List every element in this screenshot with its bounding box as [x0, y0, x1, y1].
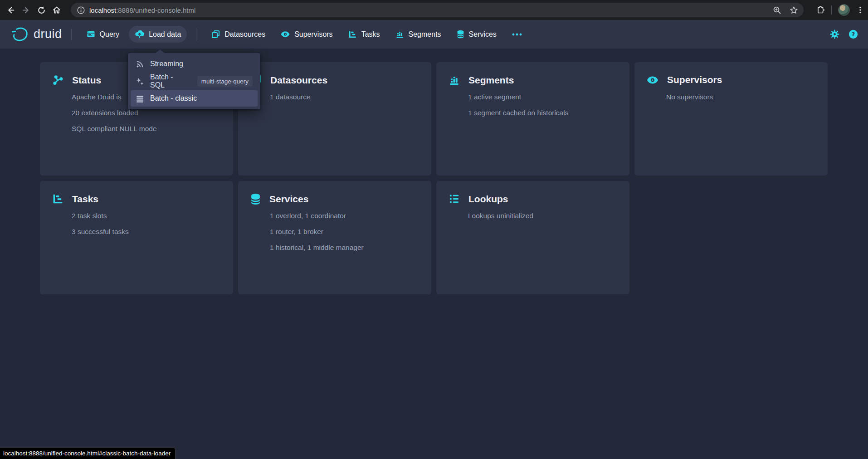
card-datasources[interactable]: Datasources 1 datasource — [238, 62, 431, 176]
load-data-dropdown: Streaming Batch - SQL multi-stage-query … — [128, 53, 260, 109]
nav-item-more[interactable] — [506, 29, 528, 40]
card-title-tasks: Tasks — [72, 194, 98, 205]
forward-button[interactable] — [18, 2, 34, 18]
eye-icon — [281, 31, 290, 38]
back-button[interactable] — [3, 2, 18, 18]
card-lookups[interactable]: Lookups Lookups uninitialized — [436, 181, 629, 294]
card-title-status: Status — [72, 75, 101, 86]
nav-item-segments[interactable]: Segments — [390, 26, 447, 43]
feed-icon — [136, 60, 144, 68]
nav-item-supervisors[interactable]: Supervisors — [275, 26, 338, 43]
supervisors-line: No supervisors — [666, 89, 819, 105]
card-title-supervisors: Supervisors — [667, 74, 722, 85]
menu-label-streaming: Streaming — [150, 60, 183, 68]
card-title-lookups: Lookups — [468, 194, 508, 205]
link-preview-statusbar: localhost:8888/unified-console.html#clas… — [0, 448, 176, 459]
info-icon[interactable] — [77, 6, 85, 14]
chrome-divider — [831, 5, 832, 15]
nav-label-query: Query — [100, 30, 120, 39]
nav-item-query[interactable]: Query — [81, 26, 126, 43]
graph-icon — [52, 74, 63, 86]
reload-icon — [37, 6, 46, 15]
card-title-services: Services — [269, 194, 308, 205]
forward-icon — [22, 6, 30, 15]
nav-label-segments: Segments — [409, 30, 441, 39]
nav-item-datasources[interactable]: Datasources — [205, 26, 271, 43]
home-icon — [52, 5, 61, 15]
url-text: localhost:8888/unified-console.html — [89, 6, 195, 14]
card-title-segments: Segments — [468, 75, 514, 86]
druid-logo-icon — [11, 26, 29, 43]
druid-navbar: druid Query Load data Datasources Superv… — [0, 20, 868, 49]
nav-item-tasks[interactable]: Tasks — [342, 26, 386, 43]
menu-label-batch-classic: Batch - classic — [150, 94, 197, 103]
services-line: 1 historical, 1 middle manager — [270, 239, 422, 255]
datasources-icon — [211, 30, 220, 39]
gear-icon[interactable] — [830, 29, 839, 39]
multi-stage-query-tag: multi-stage-query — [197, 76, 253, 87]
bar-chart-icon — [449, 74, 460, 86]
home-button[interactable] — [49, 2, 64, 18]
eye-icon — [647, 76, 658, 84]
menu-label-batch-sql: Batch - SQL — [150, 73, 186, 89]
nav-label-services: Services — [469, 30, 497, 39]
segments-line: 1 active segment — [468, 89, 620, 105]
brand-name: druid — [34, 27, 62, 41]
card-title-datasources: Datasources — [270, 75, 327, 86]
tasks-line: 2 task slots — [72, 208, 224, 224]
avatar[interactable] — [838, 4, 850, 16]
query-icon — [87, 30, 95, 39]
datasources-line: 1 datasource — [270, 89, 422, 105]
segments-line: 1 segment cached on historicals — [468, 105, 620, 121]
gantt-icon — [52, 193, 63, 205]
nav-label-datasources: Datasources — [224, 30, 265, 39]
nav-label-load-data: Load data — [149, 30, 181, 39]
card-tasks[interactable]: Tasks 2 task slots 3 successful tasks — [40, 181, 233, 294]
cloud-upload-icon — [135, 30, 144, 39]
druid-brand[interactable]: druid — [11, 26, 62, 43]
services-line: 1 router, 1 broker — [270, 224, 422, 239]
more-dots-icon — [512, 33, 522, 36]
bar-chart-icon — [395, 30, 404, 39]
menu-item-streaming[interactable]: Streaming — [131, 56, 258, 72]
back-icon — [6, 6, 15, 15]
nav-label-supervisors: Supervisors — [294, 30, 332, 39]
dropdown-caret — [156, 49, 165, 53]
gantt-icon — [348, 30, 357, 39]
nav-item-load-data[interactable]: Load data — [129, 26, 187, 43]
database-icon — [250, 193, 261, 205]
nav-divider — [71, 29, 72, 40]
card-services[interactable]: Services 1 overlord, 1 coordinator 1 rou… — [238, 181, 431, 294]
card-supervisors[interactable]: Supervisors No supervisors — [634, 62, 828, 176]
reload-button[interactable] — [34, 2, 49, 18]
nav-label-tasks: Tasks — [361, 30, 380, 39]
menu-item-batch-classic[interactable]: Batch - classic — [131, 90, 258, 107]
menu-item-batch-sql[interactable]: Batch - SQL multi-stage-query — [131, 73, 258, 89]
status-line: SQL compliant NULL mode — [72, 121, 224, 137]
card-segments[interactable]: Segments 1 active segment 1 segment cach… — [436, 62, 629, 176]
properties-icon — [449, 193, 460, 205]
menu-kebab-icon[interactable] — [856, 6, 864, 14]
nav-item-services[interactable]: Services — [451, 26, 502, 43]
zoom-icon[interactable] — [773, 6, 781, 15]
database-icon — [457, 30, 464, 39]
nav-divider — [196, 29, 196, 40]
help-icon[interactable]: ? — [848, 29, 858, 39]
extensions-icon[interactable] — [815, 5, 825, 15]
tasks-line: 3 successful tasks — [72, 224, 224, 239]
lookups-line: Lookups uninitialized — [468, 208, 620, 224]
browser-chrome: localhost:8888/unified-console.html — [0, 0, 868, 20]
star-icon[interactable] — [790, 6, 798, 15]
sparkles-icon — [136, 77, 144, 86]
svg-text:?: ? — [852, 31, 855, 38]
list-icon — [136, 94, 144, 103]
url-bar[interactable]: localhost:8888/unified-console.html — [71, 3, 804, 17]
services-line: 1 overlord, 1 coordinator — [270, 208, 422, 224]
